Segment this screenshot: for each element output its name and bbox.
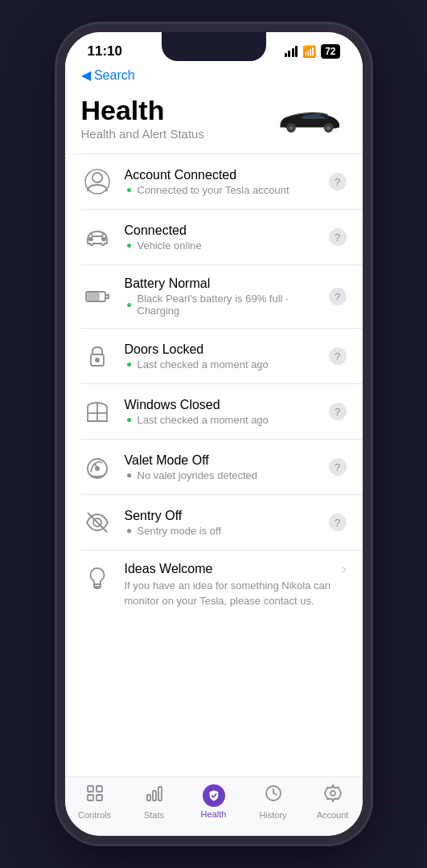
- item-title-sentry: Sentry Off: [125, 509, 318, 523]
- help-button-account[interactable]: ?: [329, 173, 347, 190]
- chevron-right-icon: ›: [342, 562, 346, 576]
- tab-health-label: Health: [201, 809, 227, 819]
- grid-icon: [85, 784, 105, 808]
- help-button-sentry[interactable]: ?: [329, 514, 347, 531]
- green-dot: ●: [125, 185, 134, 194]
- svg-point-4: [92, 173, 102, 182]
- list-item-account-connected[interactable]: Account Connected ● Connected to your Te…: [65, 154, 363, 209]
- list-item-doors[interactable]: Doors Locked ● Last checked a moment ago…: [65, 329, 363, 383]
- item-subtitle-windows: ● Last checked a moment ago: [125, 414, 318, 426]
- svg-rect-23: [158, 787, 162, 800]
- tab-controls[interactable]: Controls: [65, 784, 125, 820]
- list-item-ideas[interactable]: Ideas Welcome If you have an idea for so…: [65, 551, 363, 619]
- tab-history[interactable]: History: [244, 784, 303, 820]
- svg-rect-21: [147, 795, 150, 800]
- item-title-account-connected: Account Connected: [125, 168, 318, 182]
- content-list: Account Connected ● Connected to your Te…: [65, 154, 363, 776]
- list-item-windows[interactable]: Windows Closed ● Last checked a moment a…: [65, 384, 363, 439]
- svg-rect-7: [102, 238, 105, 240]
- tab-bar: Controls Stats: [65, 776, 363, 836]
- item-title-valet: Valet Mode Off: [125, 453, 318, 468]
- battery-indicator: 72: [321, 44, 339, 59]
- page-subtitle: Health and Alert Status: [81, 127, 204, 141]
- ideas-title: Ideas Welcome: [125, 562, 331, 576]
- status-icons: 📶 72: [285, 44, 340, 59]
- car-image: [274, 99, 347, 141]
- svg-rect-18: [96, 786, 102, 792]
- tab-account-label: Account: [317, 810, 349, 820]
- green-dot: ●: [125, 415, 134, 424]
- tab-health[interactable]: Health: [184, 784, 244, 819]
- list-item-connected[interactable]: Connected ● Vehicle online ?: [65, 210, 363, 264]
- wifi-icon: 📶: [302, 45, 316, 58]
- nav-back[interactable]: ◀ Search: [65, 64, 363, 89]
- svg-rect-6: [89, 238, 92, 240]
- svg-point-25: [331, 791, 335, 796]
- gear-icon: [323, 784, 343, 808]
- status-time: 11:10: [88, 43, 122, 59]
- battery-icon: [81, 280, 113, 313]
- ideas-text: If you have an idea for something Nikola…: [125, 579, 331, 608]
- tab-controls-label: Controls: [78, 810, 111, 820]
- window-icon: [81, 395, 113, 428]
- green-dot: ●: [125, 359, 134, 369]
- eye-off-icon: [81, 506, 113, 538]
- list-item-battery[interactable]: Battery Normal ● Black Pearl's battery i…: [65, 265, 363, 328]
- tab-account[interactable]: Account: [303, 784, 363, 820]
- item-subtitle-connected: ● Vehicle online: [125, 240, 318, 252]
- lightbulb-icon: [81, 562, 113, 594]
- item-subtitle-battery: ● Black Pearl's battery is 69% full · Ch…: [125, 293, 318, 317]
- tab-stats[interactable]: Stats: [125, 784, 184, 820]
- lock-icon: [81, 340, 113, 372]
- help-button-battery[interactable]: ?: [329, 288, 347, 305]
- svg-rect-20: [96, 795, 102, 800]
- help-button-windows[interactable]: ?: [329, 403, 347, 420]
- bar-chart-icon: [145, 784, 164, 808]
- help-button-valet[interactable]: ?: [329, 458, 347, 476]
- list-item-sentry[interactable]: Sentry Off ● Sentry mode is off ?: [65, 495, 363, 550]
- item-subtitle-doors: ● Last checked a moment ago: [125, 358, 318, 371]
- svg-rect-19: [88, 795, 93, 800]
- page-title: Health: [81, 96, 204, 125]
- shield-check-icon: [203, 784, 225, 807]
- item-subtitle-sentry: ● Sentry mode is off: [125, 525, 318, 537]
- person-icon: [81, 166, 113, 198]
- item-subtitle-account-connected: ● Connected to your Tesla account: [125, 184, 318, 196]
- page-header: Health Health and Alert Status: [65, 89, 363, 154]
- svg-rect-17: [88, 786, 93, 792]
- svg-point-1: [289, 126, 293, 130]
- gray-dot: ●: [125, 526, 134, 535]
- item-title-battery: Battery Normal: [125, 276, 318, 291]
- clock-icon: [264, 784, 283, 808]
- svg-point-11: [96, 358, 99, 362]
- speedometer-icon: [81, 451, 113, 483]
- svg-rect-22: [153, 791, 156, 800]
- green-dot: ●: [125, 240, 134, 250]
- help-button-doors[interactable]: ?: [329, 347, 347, 365]
- list-item-valet[interactable]: Valet Mode Off ● No valet joyrides detec…: [65, 440, 363, 494]
- item-subtitle-valet: ● No valet joyrides detected: [125, 469, 318, 481]
- svg-line-15: [88, 513, 107, 532]
- svg-point-3: [326, 126, 330, 130]
- tab-history-label: History: [259, 810, 286, 820]
- item-title-connected: Connected: [125, 223, 318, 238]
- svg-point-13: [96, 467, 99, 470]
- help-button-connected[interactable]: ?: [329, 228, 347, 246]
- item-title-windows: Windows Closed: [125, 398, 318, 412]
- green-dot: ●: [125, 300, 134, 309]
- car-icon: [81, 221, 113, 253]
- svg-rect-9: [88, 293, 99, 300]
- signal-icon: [285, 46, 298, 57]
- gray-dot: ●: [125, 470, 134, 480]
- tab-stats-label: Stats: [144, 810, 164, 820]
- item-title-doors: Doors Locked: [125, 342, 318, 357]
